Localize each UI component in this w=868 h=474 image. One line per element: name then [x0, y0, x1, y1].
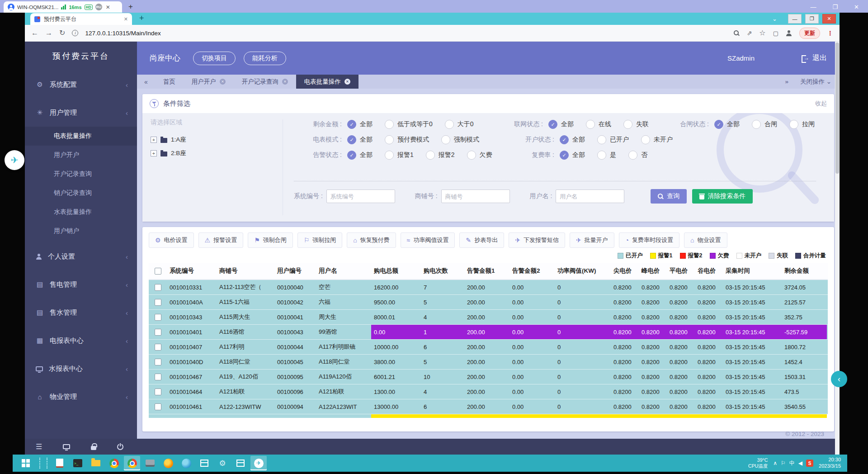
radio-option-拉闸[interactable]: 拉闸	[789, 120, 815, 129]
sidebar-item-售水管理[interactable]: ▤售水管理‹	[25, 299, 137, 327]
radio-checked-icon[interactable]: ✓	[347, 120, 356, 129]
profile-avatar-icon[interactable]	[786, 30, 792, 36]
sidebar-item-用户管理[interactable]: ✳用户管理‹	[25, 99, 137, 127]
taskbar-app-todesk[interactable]: ✈	[250, 456, 267, 470]
toolbar-button-物业设置[interactable]: ⌂物业设置	[684, 232, 727, 248]
sidebar-subitem-用户销户[interactable]: 用户销户	[25, 222, 137, 241]
row-checkbox[interactable]	[155, 284, 161, 291]
sidebar-item-电报表中心[interactable]: ▦电报表中心‹	[25, 327, 137, 355]
radio-icon[interactable]	[586, 120, 595, 129]
close-operations-dropdown[interactable]: 关闭操作 ⌄	[800, 78, 831, 86]
row-checkbox[interactable]	[155, 389, 161, 395]
sidebar-subitem-销户记录查询[interactable]: 销户记录查询	[25, 184, 137, 203]
column-header-剩余金额[interactable]: 剩余金额	[782, 263, 827, 279]
sidebar-subitem-电表批量操作[interactable]: 电表批量操作	[25, 127, 137, 146]
remote-session-tab[interactable]: WIN-OQMSK21... 16ms HD RU ✕	[4, 1, 122, 13]
column-header-告警金额1[interactable]: 告警金额1	[464, 263, 509, 279]
toolbar-button-抄表导出[interactable]: ✎抄表导出	[459, 232, 504, 248]
tab-电表批量操作[interactable]: 电表批量操作✕	[296, 75, 359, 89]
sidebar-item-系统配置[interactable]: ⚙系统配置‹	[25, 71, 137, 99]
remote-new-tab-button[interactable]: +	[128, 2, 133, 11]
taskbar-app-window[interactable]	[196, 456, 212, 470]
taskbar-app-folder[interactable]	[88, 456, 104, 470]
remote-tool-floating-badge[interactable]: ✈	[5, 150, 24, 170]
power-icon[interactable]	[117, 444, 123, 450]
taskbar-app-firefox[interactable]	[160, 456, 176, 470]
radio-icon[interactable]	[385, 120, 394, 129]
tree-node-1:A座[interactable]: +1:A座	[151, 133, 277, 147]
toolbar-button-恢复预付费[interactable]: ⌂恢复预付费	[347, 232, 396, 248]
tabs-scroll-right-icon[interactable]: »	[785, 78, 788, 85]
radio-icon[interactable]	[467, 151, 476, 160]
taskbar-app-vm[interactable]	[142, 456, 158, 470]
column-header-峰电价[interactable]: 峰电价	[639, 263, 667, 279]
switch-project-button[interactable]: 切换项目	[193, 52, 236, 65]
radio-icon[interactable]	[441, 135, 450, 144]
ime-icon[interactable]: 中	[789, 460, 795, 467]
column-header-购电次数[interactable]: 购电次数	[421, 263, 464, 279]
radio-checked-icon[interactable]: ✓	[548, 120, 557, 129]
radio-checked-icon[interactable]: ✓	[560, 135, 569, 144]
toolbar-button-复费率时段设置[interactable]: ◔复费率时段设置	[619, 232, 679, 248]
taskbar-app-window2[interactable]	[232, 456, 249, 470]
energy-analysis-button[interactable]: 能耗分析	[244, 52, 286, 65]
tab-close-icon[interactable]: ✕	[344, 79, 350, 85]
browser-tab-close-icon[interactable]: ✕	[124, 16, 128, 22]
toolbar-button-功率阀值设置[interactable]: ≈功率阀值设置	[401, 232, 455, 248]
column-header-谷电价[interactable]: 谷电价	[695, 263, 723, 279]
radio-option-预付费模式[interactable]: 预付费模式	[385, 135, 429, 144]
browser-maximize-button[interactable]: ❐	[805, 14, 819, 24]
column-header-采集时间[interactable]: 采集时间	[723, 263, 782, 279]
column-header-功率阀值(KW)[interactable]: 功率阀值(KW)	[555, 263, 611, 279]
expand-plus-icon[interactable]: +	[151, 137, 157, 143]
toolbar-button-强制拉闸[interactable]: ⚐强制拉闸	[297, 232, 343, 248]
row-checkbox[interactable]	[155, 359, 161, 365]
page-scrollbar[interactable]	[835, 42, 840, 455]
side-panel-toggle[interactable]: ‹	[831, 371, 847, 387]
toolbar-button-强制合闸[interactable]: ⚑强制合闸	[248, 232, 293, 248]
sidebar-item-水报表中心[interactable]: 水报表中心‹	[25, 355, 137, 383]
taskbar-app-chrome[interactable]	[106, 456, 122, 470]
chevron-down-icon[interactable]: ⌄	[772, 15, 777, 22]
back-icon[interactable]: ←	[31, 29, 38, 37]
row-checkbox[interactable]	[155, 329, 161, 336]
toolbar-button-报警设置[interactable]: ⚠报警设置	[198, 232, 244, 248]
logout-button[interactable]: 退出	[802, 53, 827, 63]
row-checkbox[interactable]	[155, 403, 161, 410]
url-text[interactable]: 127.0.0.1:10315/Main/Index	[85, 30, 160, 37]
browser-close-button[interactable]: ✕	[822, 14, 836, 24]
radio-option-报警1[interactable]: 报警1	[385, 151, 414, 160]
outer-minimize-icon[interactable]: —	[810, 4, 816, 10]
column-header-购电总额[interactable]: 购电总额	[371, 263, 421, 279]
radio-checked-icon[interactable]: ✓	[714, 120, 723, 129]
taskbar-app-terminal[interactable]: >_	[70, 456, 86, 470]
sidebar-subitem-用户开户[interactable]: 用户开户	[25, 146, 137, 165]
volume-icon[interactable]: ◀	[798, 460, 802, 466]
radio-checked-icon[interactable]: ✓	[347, 135, 356, 144]
column-header-尖电价[interactable]: 尖电价	[611, 263, 639, 279]
radio-icon[interactable]	[426, 151, 435, 160]
input-商铺号[interactable]	[441, 190, 510, 203]
radio-icon[interactable]	[641, 135, 650, 144]
radio-option-全部[interactable]: ✓全部	[548, 120, 574, 129]
browser-new-tab-button[interactable]: +	[139, 14, 144, 23]
flag-icon[interactable]: ⚐	[781, 460, 786, 466]
remote-tab-close-icon[interactable]: ✕	[106, 4, 110, 10]
radio-option-全部[interactable]: ✓全部	[714, 120, 740, 129]
site-info-icon[interactable]: i	[72, 30, 78, 36]
toolbar-button-下发报警短信[interactable]: ✈下发报警短信	[509, 232, 565, 248]
toolbar-button-电价设置[interactable]: ⚙电价设置	[149, 232, 194, 248]
radio-option-未开户[interactable]: 未开户	[641, 135, 673, 144]
radio-icon[interactable]	[628, 151, 637, 160]
radio-option-大于0[interactable]: 大于0	[445, 120, 474, 129]
bookmark-star-icon[interactable]: ☆	[759, 29, 765, 37]
select-all-checkbox[interactable]	[155, 268, 161, 275]
row-checkbox[interactable]	[155, 299, 161, 306]
tab-close-icon[interactable]: ✕	[282, 79, 288, 85]
cpu-temp-widget[interactable]: 39°C CPU温度	[748, 457, 768, 469]
tab-首页[interactable]: 首页	[155, 75, 184, 89]
sidebar-item-售电管理[interactable]: ▤售电管理‹	[25, 270, 137, 299]
radio-option-已开户[interactable]: 已开户	[597, 135, 629, 144]
outer-close-icon[interactable]: ✕	[854, 4, 859, 10]
radio-option-在线[interactable]: 在线	[586, 120, 611, 129]
